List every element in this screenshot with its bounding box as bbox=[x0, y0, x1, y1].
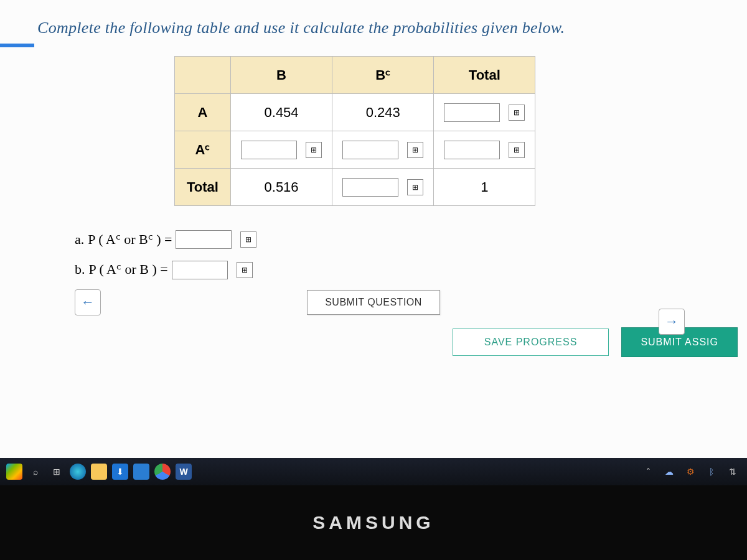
tray-security-icon[interactable]: ⚙ bbox=[682, 464, 698, 480]
cell-ac-b-input[interactable] bbox=[241, 141, 297, 159]
prev-question-button[interactable]: ← bbox=[75, 289, 101, 315]
cell-a-total-input[interactable] bbox=[444, 103, 500, 122]
keypad-icon[interactable]: ⊞ bbox=[306, 142, 322, 158]
cell-ac-total-input[interactable] bbox=[444, 141, 500, 159]
row-header-ac: Aᶜ bbox=[175, 131, 231, 169]
cell-total-bc-input[interactable] bbox=[342, 178, 398, 197]
question-a: a. P ( Aᶜ or Bᶜ ) = ⊞ bbox=[75, 225, 710, 254]
row-header-total: Total bbox=[175, 169, 231, 206]
task-view-icon[interactable]: ⊞ bbox=[49, 464, 65, 480]
col-header-total: Total bbox=[434, 57, 535, 94]
chrome-icon[interactable] bbox=[154, 464, 171, 480]
submit-question-button[interactable]: SUBMIT QUESTION bbox=[307, 290, 440, 315]
subquestions: a. P ( Aᶜ or Bᶜ ) = ⊞ b. P ( Aᶜ or B ) =… bbox=[75, 225, 710, 285]
q-b-label: b. bbox=[75, 254, 85, 284]
cell-total-b: 0.516 bbox=[260, 179, 303, 195]
q-a-label: a. bbox=[75, 225, 84, 254]
nav-row: ← SUBMIT QUESTION → bbox=[37, 290, 710, 315]
keypad-icon[interactable]: ⊞ bbox=[237, 262, 253, 278]
instruction-text: Complete the following table and use it … bbox=[37, 19, 710, 37]
q-a-expression: P ( Aᶜ or Bᶜ ) = bbox=[88, 225, 172, 254]
keypad-icon[interactable]: ⊞ bbox=[407, 179, 423, 195]
cell-ac-bc-input[interactable] bbox=[342, 141, 398, 159]
row-header-a: A bbox=[175, 94, 231, 131]
col-header-b: B bbox=[231, 57, 332, 94]
cell-a-bc: 0.243 bbox=[361, 105, 405, 121]
tray-wifi-icon[interactable]: ⇅ bbox=[725, 464, 741, 480]
answer-b-input[interactable] bbox=[172, 261, 228, 279]
tray-cloud-icon[interactable]: ☁ bbox=[661, 464, 677, 480]
keypad-icon[interactable]: ⊞ bbox=[407, 142, 423, 158]
tray-up-icon[interactable]: ˄ bbox=[640, 464, 656, 480]
table-corner bbox=[175, 57, 231, 94]
tray-bluetooth-icon[interactable]: ᛒ bbox=[703, 464, 720, 480]
answer-a-input[interactable] bbox=[176, 230, 232, 249]
mail-icon[interactable] bbox=[133, 464, 149, 480]
start-icon[interactable] bbox=[6, 464, 22, 480]
edge-icon[interactable] bbox=[70, 464, 86, 480]
cell-a-b: 0.454 bbox=[260, 105, 303, 121]
windows-taskbar[interactable]: ⌕ ⊞ ⬇ W ˄ ☁ ⚙ ᛒ ⇅ bbox=[0, 458, 747, 485]
col-header-bc: Bᶜ bbox=[332, 57, 434, 94]
keypad-icon[interactable]: ⊞ bbox=[509, 105, 525, 121]
q-b-expression: P ( Aᶜ or B ) = bbox=[89, 254, 168, 284]
progress-bar bbox=[0, 44, 34, 47]
question-b: b. P ( Aᶜ or B ) = ⊞ bbox=[75, 254, 710, 284]
monitor-bezel: SAMSUNG bbox=[0, 485, 747, 560]
table-row: Total 0.516 ⊞ 1 bbox=[175, 169, 535, 206]
table-row: Aᶜ ⊞ ⊞ ⊞ bbox=[175, 131, 535, 169]
table-row: A 0.454 0.243 ⊞ bbox=[175, 94, 535, 131]
question-content: Complete the following table and use it … bbox=[0, 0, 747, 458]
word-icon[interactable]: W bbox=[176, 464, 192, 480]
search-icon[interactable]: ⌕ bbox=[27, 464, 44, 480]
store-icon[interactable]: ⬇ bbox=[112, 464, 128, 480]
cell-total-total: 1 bbox=[463, 179, 506, 195]
monitor-brand: SAMSUNG bbox=[312, 512, 434, 533]
keypad-icon[interactable]: ⊞ bbox=[240, 231, 256, 248]
keypad-icon[interactable]: ⊞ bbox=[509, 142, 525, 158]
next-question-button[interactable]: → bbox=[659, 309, 685, 335]
probability-table: B Bᶜ Total A 0.454 0.243 ⊞ Aᶜ ⊞ ⊞ bbox=[174, 56, 535, 206]
bottom-bar: SAVE PROGRESS SUBMIT ASSIG bbox=[37, 315, 710, 367]
save-progress-button[interactable]: SAVE PROGRESS bbox=[453, 329, 609, 356]
explorer-icon[interactable] bbox=[91, 464, 107, 480]
